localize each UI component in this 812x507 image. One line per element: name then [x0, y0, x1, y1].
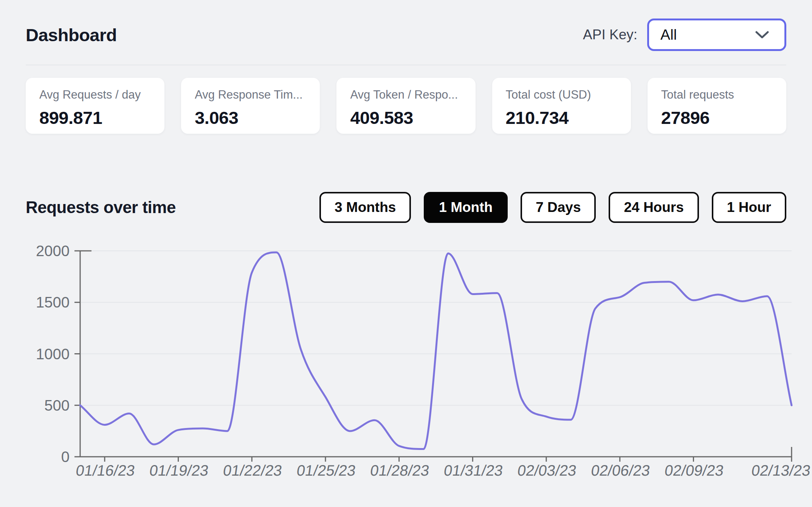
- stat-label: Avg Response Tim...: [195, 88, 306, 102]
- x-axis-tick-label: 01/16/23: [75, 462, 136, 479]
- api-key-selected-value: All: [660, 26, 677, 43]
- x-axis-tick-label: 02/13/23: [750, 462, 812, 479]
- stat-value: 27896: [661, 107, 773, 128]
- x-axis-tick-label: 01/19/23: [148, 462, 209, 479]
- header: Dashboard API Key: All: [26, 14, 786, 55]
- range-button-7-days[interactable]: 7 Days: [521, 192, 596, 223]
- range-button-3-months[interactable]: 3 Months: [319, 192, 411, 223]
- stat-value: 210.734: [506, 107, 617, 128]
- chart-svg: 050010001500200001/16/2301/19/2301/22/23…: [0, 227, 812, 507]
- stat-card-total-requests: Total requests 27896: [648, 78, 786, 134]
- x-axis-tick-label: 01/22/23: [222, 462, 283, 479]
- stat-card-avg-token-response: Avg Token / Respo... 409.583: [336, 78, 475, 134]
- y-axis-tick-label: 0: [61, 448, 70, 465]
- stat-label: Avg Requests / day: [39, 88, 151, 102]
- header-divider: [26, 65, 786, 65]
- range-button-1-hour[interactable]: 1 Hour: [712, 192, 786, 223]
- x-axis-tick-label: 02/03/23: [516, 462, 578, 479]
- stat-label: Total cost (USD): [506, 88, 617, 102]
- x-axis-tick-label: 02/06/23: [590, 462, 651, 479]
- stat-value: 3.063: [195, 107, 306, 128]
- range-button-24-hours[interactable]: 24 Hours: [609, 192, 699, 223]
- x-axis-tick-label: 02/09/23: [663, 462, 725, 479]
- api-key-select[interactable]: All: [647, 19, 786, 51]
- dashboard-page: { "header": { "title": "Dashboard", "api…: [0, 0, 812, 507]
- chevron-down-icon: [755, 30, 769, 39]
- y-axis-tick-label: 1500: [36, 294, 70, 311]
- x-axis-tick-label: 01/31/23: [443, 462, 504, 479]
- x-axis-tick-label: 01/28/23: [369, 462, 431, 479]
- stats-cards: Avg Requests / day 899.871 Avg Response …: [26, 78, 786, 134]
- api-key-group: API Key: All: [583, 19, 786, 51]
- requests-over-time-chart: 050010001500200001/16/2301/19/2301/22/23…: [0, 227, 812, 507]
- x-axis-tick-label: 01/25/23: [296, 462, 357, 479]
- stat-label: Avg Token / Respo...: [350, 88, 462, 102]
- stat-card-avg-response-time: Avg Response Tim... 3.063: [181, 78, 320, 134]
- stat-value: 409.583: [350, 107, 462, 128]
- requests-line-series: [80, 252, 792, 449]
- stat-value: 899.871: [39, 107, 151, 128]
- stat-card-avg-requests-per-day: Avg Requests / day 899.871: [26, 78, 164, 134]
- y-axis-tick-label: 500: [44, 397, 70, 414]
- chart-section-title: Requests over time: [26, 198, 176, 217]
- y-axis-tick-label: 2000: [36, 243, 70, 259]
- chart-section-header: Requests over time 3 Months 1 Month 7 Da…: [26, 191, 786, 224]
- stat-label: Total requests: [661, 88, 773, 102]
- stat-card-total-cost: Total cost (USD) 210.734: [492, 78, 631, 134]
- range-button-1-month[interactable]: 1 Month: [424, 192, 508, 223]
- api-key-label: API Key:: [583, 27, 637, 43]
- time-range-buttons: 3 Months 1 Month 7 Days 24 Hours 1 Hour: [319, 192, 786, 223]
- y-axis-tick-label: 1000: [36, 346, 70, 362]
- page-title: Dashboard: [26, 25, 117, 45]
